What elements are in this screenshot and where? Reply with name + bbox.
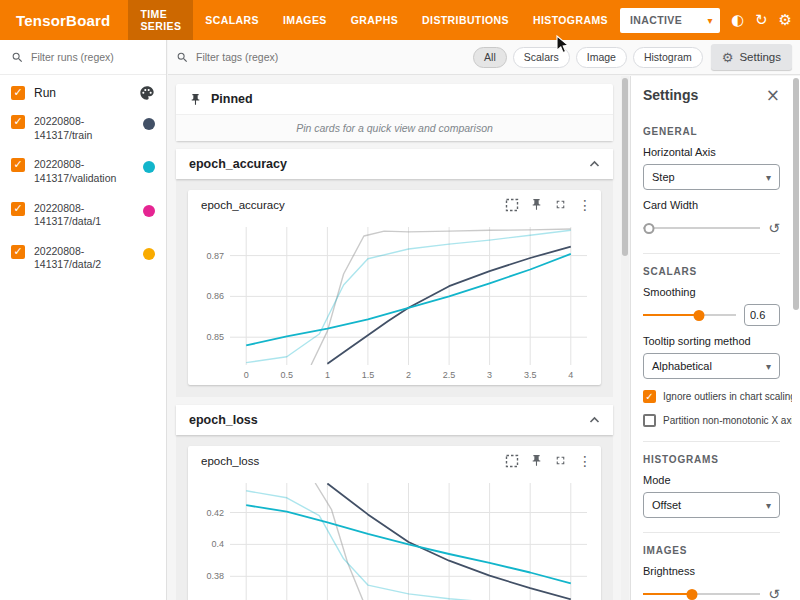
line-chart-epoch-accuracy[interactable]: 00.511.522.533.540.850.860.87 <box>188 219 601 385</box>
tag-type-chips: All Scalars Image Histogram <box>473 47 703 68</box>
run-row-train[interactable]: ✓ 20220808-141317/train <box>0 107 166 150</box>
tab-graphs[interactable]: GRAPHS <box>339 0 410 40</box>
run-name: 20220808-141317/data/2 <box>34 245 134 272</box>
svg-text:4: 4 <box>568 370 573 380</box>
settings-gear-icon[interactable]: ⚙ <box>779 13 792 28</box>
section-heading: IMAGES <box>643 545 780 556</box>
tab-scalars[interactable]: SCALARS <box>193 0 271 40</box>
chart-card-title: epoch_loss <box>201 455 259 467</box>
settings-panel: Settings × GENERAL Horizontal Axis Step … <box>630 76 792 600</box>
run-checkbox[interactable]: ✓ <box>11 245 25 259</box>
palette-icon[interactable] <box>139 85 155 101</box>
runs-filter-input[interactable] <box>31 51 155 63</box>
slider-thumb[interactable] <box>693 310 704 321</box>
chart-card-header: epoch_accuracy ⋮ <box>188 190 601 219</box>
run-checkbox[interactable]: ✓ <box>11 158 25 172</box>
smoothing-value-input[interactable] <box>744 304 780 326</box>
run-row-validation[interactable]: ✓ 20220808-141317/validation <box>0 150 166 193</box>
tab-time-series[interactable]: TIME SERIES <box>128 0 193 40</box>
search-icon <box>176 51 189 64</box>
tab-histograms[interactable]: HISTOGRAMS <box>521 0 620 40</box>
reset-icon[interactable]: ↺ <box>768 220 780 236</box>
chip-histogram[interactable]: Histogram <box>633 47 703 68</box>
tag-filter-input[interactable] <box>196 51 465 63</box>
run-checkbox[interactable]: ✓ <box>11 202 25 216</box>
svg-text:2.5: 2.5 <box>443 370 456 380</box>
more-options-icon[interactable]: ⋮ <box>578 197 592 213</box>
pinned-title: Pinned <box>211 92 253 106</box>
chevron-down-icon: ▾ <box>766 361 771 372</box>
run-row-data-1[interactable]: ✓ 20220808-141317/data/1 <box>0 194 166 237</box>
fullscreen-icon[interactable] <box>554 198 567 211</box>
run-row-data-2[interactable]: ✓ 20220808-141317/data/2 <box>0 237 166 280</box>
fit-domain-icon[interactable] <box>505 454 519 468</box>
reset-icon[interactable]: ↺ <box>768 586 780 600</box>
run-select-all-checkbox[interactable]: ✓ <box>11 86 25 100</box>
svg-text:0.5: 0.5 <box>281 370 294 380</box>
settings-scrollbar-thumb[interactable] <box>793 78 799 310</box>
settings-button[interactable]: ⚙ Settings <box>711 44 792 70</box>
refresh-icon[interactable]: ↻ <box>755 13 768 28</box>
section-header-epoch-loss[interactable]: epoch_loss <box>176 405 613 435</box>
app-header: TensorBoard TIME SERIES SCALARS IMAGES G… <box>0 0 800 40</box>
section-heading: SCALARS <box>643 266 780 277</box>
svg-text:0.38: 0.38 <box>206 571 224 581</box>
tensorboard-app: TensorBoard TIME SERIES SCALARS IMAGES G… <box>0 0 800 600</box>
dark-mode-toggle-icon[interactable]: ◐ <box>731 13 744 28</box>
fullscreen-icon[interactable] <box>554 454 567 467</box>
line-chart-epoch-loss[interactable]: 00.511.522.533.540.360.380.40.42 <box>188 475 601 600</box>
smoothing-slider[interactable] <box>643 304 736 326</box>
tooltip-sorting-select[interactable]: Alphabetical ▾ <box>643 353 780 379</box>
gear-icon: ⚙ <box>722 50 734 65</box>
tab-distributions[interactable]: DISTRIBUTIONS <box>410 0 521 40</box>
run-color-dot <box>143 161 155 173</box>
settings-panel-title: Settings <box>643 87 698 103</box>
chip-scalars[interactable]: Scalars <box>513 47 570 68</box>
main-scrollbar-thumb[interactable] <box>622 78 628 256</box>
svg-text:1: 1 <box>325 370 330 380</box>
svg-text:0.42: 0.42 <box>206 508 224 518</box>
close-icon[interactable]: × <box>766 87 780 104</box>
partition-x-axis-checkbox[interactable] <box>643 414 656 427</box>
run-color-dot <box>143 118 155 130</box>
section-header-epoch-accuracy[interactable]: epoch_accuracy <box>176 149 613 179</box>
partition-x-axis-row: Partition non-monotonic X axis i <box>643 414 780 427</box>
histogram-mode-select[interactable]: Offset ▾ <box>643 492 780 518</box>
cards-scroll-area: Pinned Pin cards for a quick view and co… <box>168 76 621 600</box>
chevron-up-icon[interactable] <box>589 160 600 168</box>
settings-section-general: GENERAL Horizontal Axis Step ▾ Card Widt… <box>643 114 780 254</box>
section-body: epoch_accuracy ⋮ <box>176 179 613 397</box>
runs-sidebar: ✓ Run ✓ 20220808-141317/train ✓ 20220808… <box>0 40 167 600</box>
run-name: 20220808-141317/validation <box>34 158 134 185</box>
runs-column-header: Run <box>34 86 130 100</box>
slider-thumb[interactable] <box>644 223 655 234</box>
pinned-header: Pinned <box>176 84 613 114</box>
chevron-up-icon[interactable] <box>589 416 600 424</box>
svg-text:0.4: 0.4 <box>211 539 224 549</box>
svg-text:0.85: 0.85 <box>206 332 224 342</box>
pin-card-icon[interactable] <box>530 198 543 211</box>
settings-scrollbar <box>792 76 800 600</box>
chip-image[interactable]: Image <box>576 47 627 68</box>
pin-icon <box>189 93 202 106</box>
more-options-icon[interactable]: ⋮ <box>578 453 592 469</box>
fit-domain-icon[interactable] <box>505 198 519 212</box>
run-name: 20220808-141317/train <box>34 115 134 142</box>
slider-thumb[interactable] <box>687 589 698 600</box>
run-color-dot <box>143 205 155 217</box>
card-width-slider[interactable] <box>643 217 760 239</box>
pinned-empty-message: Pin cards for a quick view and compariso… <box>176 114 613 141</box>
ignore-outliers-checkbox[interactable]: ✓ <box>643 390 656 403</box>
scalar-chart-card-epoch-accuracy: epoch_accuracy ⋮ <box>188 190 601 385</box>
ignore-outliers-row: ✓ Ignore outliers in chart scaling <box>643 390 780 403</box>
chevron-down-icon: ▾ <box>708 15 713 26</box>
status-dropdown[interactable]: INACTIVE ▾ <box>620 8 720 33</box>
pin-card-icon[interactable] <box>530 454 543 467</box>
svg-text:3.5: 3.5 <box>524 370 537 380</box>
horizontal-axis-select[interactable]: Step ▾ <box>643 164 780 190</box>
section-epoch-loss: epoch_loss epoch_loss <box>176 405 613 600</box>
run-checkbox[interactable]: ✓ <box>11 115 25 129</box>
tab-images[interactable]: IMAGES <box>271 0 339 40</box>
chip-all[interactable]: All <box>473 47 507 68</box>
brightness-slider[interactable] <box>643 583 760 600</box>
